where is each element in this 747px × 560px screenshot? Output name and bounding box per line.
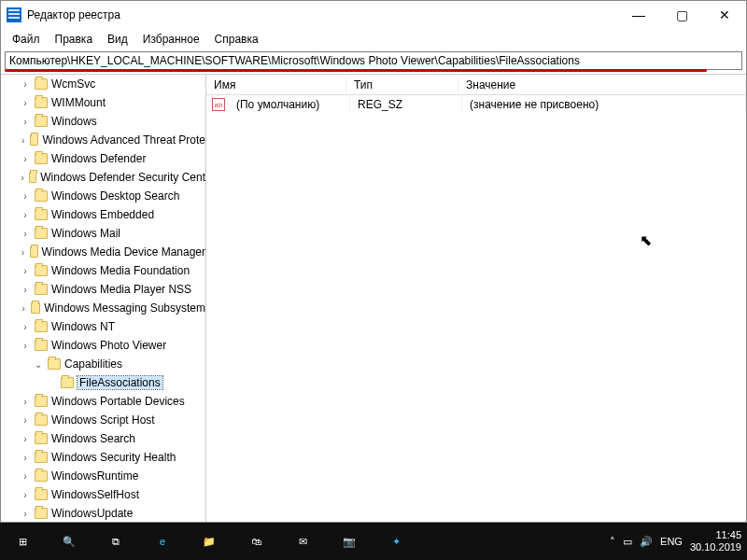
tree-item[interactable]: ›WindowsUpdate — [1, 504, 205, 522]
folder-icon — [35, 265, 48, 276]
col-name[interactable]: Имя — [206, 77, 346, 93]
tree-item-label: WindowsUpdate — [51, 507, 133, 520]
chevron-right-icon[interactable] — [46, 377, 57, 388]
menu-edit[interactable]: Правка — [49, 31, 99, 48]
tree-item[interactable]: ›Windows Defender Security Cent — [1, 168, 205, 187]
chevron-right-icon[interactable]: › — [20, 396, 31, 407]
list-body: ab(По умолчанию)REG_SZ(значение не присв… — [206, 95, 746, 114]
menu-help[interactable]: Справка — [209, 31, 264, 48]
cell-name: (По умолчанию) — [229, 96, 350, 113]
taskbar-camera-icon[interactable]: 📷 — [327, 523, 372, 560]
tree-item[interactable]: ›Windows Media Foundation — [1, 261, 205, 280]
taskbar-explorer-icon[interactable]: 📁 — [187, 523, 232, 560]
chevron-right-icon[interactable]: › — [20, 116, 31, 127]
tree-item[interactable]: ›WIMMount — [1, 93, 205, 112]
folder-icon — [35, 97, 48, 108]
tree-item[interactable]: FileAssociations — [1, 373, 205, 392]
folder-icon — [35, 153, 48, 164]
chevron-right-icon[interactable]: › — [20, 470, 31, 482]
tree-item[interactable]: ›Windows Media Device Manager — [1, 243, 205, 261]
chevron-right-icon[interactable]: › — [20, 209, 31, 220]
taskview-button[interactable]: ⧉ — [93, 523, 138, 560]
chevron-right-icon[interactable]: › — [20, 97, 31, 108]
folder-icon — [30, 246, 38, 258]
tree-item[interactable]: ›Windows NT — [1, 317, 205, 336]
menu-view[interactable]: Вид — [102, 31, 134, 48]
address-input[interactable] — [5, 51, 742, 70]
tree-item[interactable]: ›WindowsRuntime — [1, 467, 205, 485]
chevron-right-icon[interactable]: › — [20, 489, 31, 500]
folder-icon — [30, 134, 38, 146]
chevron-down-icon[interactable]: ⌄ — [33, 358, 44, 370]
tree-item[interactable]: ›Windows Photo Viewer — [1, 336, 205, 355]
menu-favorites[interactable]: Избранное — [137, 31, 205, 48]
chevron-right-icon[interactable]: › — [20, 433, 31, 444]
taskbar-clock[interactable]: 11:45 30.10.2019 — [690, 529, 741, 553]
list-row[interactable]: ab(По умолчанию)REG_SZ(значение не присв… — [206, 95, 746, 114]
tree-item[interactable]: ›Windows Mail — [1, 224, 205, 243]
menubar: Файл Правка Вид Избранное Справка — [1, 29, 746, 49]
taskbar-mail-icon[interactable]: ✉ — [280, 523, 325, 560]
col-value[interactable]: Значение — [458, 77, 746, 93]
maximize-button[interactable]: ▢ — [660, 1, 703, 29]
tree-item[interactable]: ›Windows Messaging Subsystem — [1, 299, 205, 317]
tree-item[interactable]: ›Windows — [1, 112, 205, 131]
tree-item-label: WindowsRuntime — [51, 469, 138, 483]
chevron-right-icon[interactable]: › — [20, 284, 31, 295]
taskbar-search-button[interactable]: 🔍 — [47, 523, 92, 560]
cell-type: REG_SZ — [350, 96, 462, 113]
tree-item-label: Windows Photo Viewer — [51, 339, 166, 352]
start-button[interactable]: ⊞ — [0, 523, 45, 560]
taskbar-store-icon[interactable]: 🛍 — [233, 523, 278, 560]
tree-item[interactable]: ›Windows Security Health — [1, 448, 205, 467]
clock-date: 30.10.2019 — [690, 541, 741, 553]
tree-item-label: Windows Defender Security Cent — [40, 171, 205, 184]
tree-item[interactable]: ›Windows Media Player NSS — [1, 280, 205, 299]
chevron-right-icon[interactable]: › — [20, 78, 31, 90]
window-title: Редактор реестра — [27, 8, 120, 21]
chevron-right-icon[interactable]: › — [20, 246, 26, 258]
tree-item[interactable]: ⌄Capabilities — [1, 355, 205, 373]
chevron-right-icon[interactable]: › — [20, 340, 31, 351]
tray-battery-icon[interactable]: ▭ — [623, 536, 632, 548]
chevron-right-icon[interactable]: › — [20, 228, 31, 239]
col-type[interactable]: Тип — [346, 77, 458, 93]
folder-icon — [35, 470, 48, 482]
addressbar-container — [1, 49, 746, 74]
tree-item-label: Windows NT — [51, 320, 115, 333]
chevron-right-icon[interactable]: › — [20, 134, 26, 146]
tree-item-label: WindowsSelfHost — [51, 488, 139, 501]
chevron-right-icon[interactable]: › — [20, 265, 31, 276]
tree-pane[interactable]: ›WcmSvc›WIMMount›Windows›Windows Advance… — [1, 75, 206, 522]
chevron-right-icon[interactable]: › — [20, 153, 31, 164]
minimize-button[interactable]: — — [617, 1, 660, 29]
close-button[interactable]: ✕ — [703, 1, 746, 29]
cell-value: (значение не присвоено) — [462, 96, 746, 113]
chevron-right-icon[interactable]: › — [20, 302, 27, 314]
tree-item[interactable]: ›WindowsSelfHost — [1, 485, 205, 504]
chevron-right-icon[interactable]: › — [20, 414, 31, 426]
folder-icon — [35, 228, 48, 239]
tree-item[interactable]: ›Windows Defender — [1, 149, 205, 168]
tree-item[interactable]: ›Windows Embedded — [1, 205, 205, 224]
tree-item[interactable]: ›WcmSvc — [1, 75, 205, 93]
chevron-right-icon[interactable]: › — [20, 508, 31, 519]
tree-item[interactable]: ›Windows Advanced Threat Prote — [1, 131, 205, 149]
tray-speaker-icon[interactable]: 🔊 — [640, 536, 653, 548]
tray-chevron-icon[interactable]: ˄ — [610, 536, 615, 548]
tree-item[interactable]: ›Windows Portable Devices — [1, 392, 205, 411]
tree-item[interactable]: ›Windows Search — [1, 429, 205, 448]
string-value-icon: ab — [212, 98, 225, 111]
chevron-right-icon[interactable]: › — [20, 190, 31, 202]
chevron-right-icon[interactable]: › — [20, 321, 31, 332]
tree-item[interactable]: ›Windows Script Host — [1, 411, 205, 429]
folder-icon — [35, 190, 48, 202]
chevron-right-icon[interactable]: › — [20, 452, 31, 463]
folder-icon — [35, 340, 48, 351]
chevron-right-icon[interactable]: › — [20, 172, 25, 183]
tree-item[interactable]: ›Windows Desktop Search — [1, 187, 205, 205]
tray-language[interactable]: ENG — [660, 536, 683, 547]
menu-file[interactable]: Файл — [7, 31, 46, 48]
taskbar-app-icon[interactable]: ✦ — [374, 523, 418, 560]
taskbar-edge-icon[interactable]: e — [140, 523, 185, 560]
